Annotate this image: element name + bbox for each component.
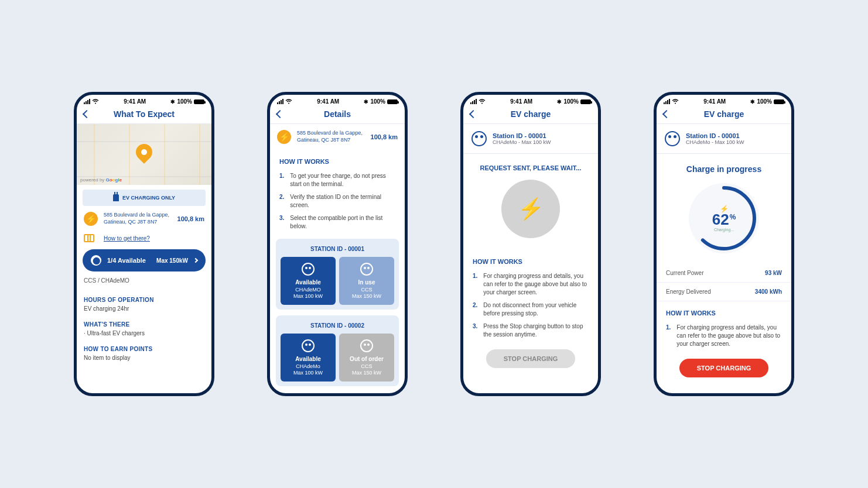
port-available[interactable]: Available CHAdeMO Max 100 kW bbox=[281, 257, 336, 305]
location-row: ⚡ 585 Boulevard de la Gappe, Gatineau, Q… bbox=[270, 124, 405, 150]
address-text: 585 Boulevard de la Gappe, Gatineau, QC … bbox=[297, 130, 365, 143]
port-out-of-order: Out of order CCS Max 150 kW bbox=[339, 334, 394, 382]
progress-ring-icon bbox=[689, 183, 759, 253]
connector-icon bbox=[302, 339, 315, 352]
distance-value: 100,8 km bbox=[371, 133, 398, 140]
list-item: 2.Do not disconnect from your vehicle be… bbox=[473, 299, 589, 320]
wifi-icon bbox=[285, 99, 292, 104]
status-time: 9:41 AM bbox=[317, 98, 339, 105]
svg-point-3 bbox=[675, 103, 676, 104]
stat-row: Energy Delivered 3400 kWh bbox=[657, 283, 791, 301]
port-in-use[interactable]: In use CCS Max 150 kW bbox=[339, 257, 394, 305]
availability-icon: ⬤ bbox=[91, 255, 101, 266]
station-header: Station ID - 00001 CHAdeMo - Max 100 kW bbox=[657, 124, 791, 154]
bluetooth-icon: ✱ bbox=[557, 99, 562, 105]
battery-icon bbox=[774, 99, 784, 104]
plug-icon bbox=[113, 194, 119, 201]
bolt-icon: ⚡ bbox=[518, 197, 544, 221]
svg-point-1 bbox=[288, 103, 289, 104]
svg-point-2 bbox=[481, 103, 483, 104]
signal-icon bbox=[470, 99, 477, 104]
map-fold-icon bbox=[84, 234, 94, 242]
page-title: What To Expect bbox=[84, 109, 204, 119]
bolt-circle-icon: ⚡ bbox=[277, 130, 291, 144]
waiting-indicator: ⚡ bbox=[501, 180, 560, 238]
stat-row: Current Power 93 kW bbox=[657, 264, 791, 283]
availability-pill[interactable]: ⬤ 1/4 Available Max 150kW bbox=[83, 249, 206, 272]
distance-value: 100,8 km bbox=[177, 215, 204, 222]
page-title: EV charge bbox=[470, 109, 591, 119]
status-time: 9:41 AM bbox=[510, 98, 532, 105]
status-bar: 9:41 AM ✱ 100% bbox=[463, 95, 598, 106]
nav-header: EV charge bbox=[463, 106, 598, 124]
status-time: 9:41 AM bbox=[124, 98, 146, 105]
battery-icon bbox=[194, 99, 204, 104]
directions-link[interactable]: How to get there? bbox=[104, 235, 150, 242]
location-row: ⚡ 585 Boulevard de la Gappe, Gatineau, Q… bbox=[77, 206, 211, 232]
availability-text: 1/4 Available bbox=[107, 257, 151, 264]
status-time: 9:41 AM bbox=[703, 98, 726, 105]
progress-gauge: ⚡ 62% Charging... bbox=[689, 183, 759, 253]
whats-there-text: · Ultra-fast EV chargers bbox=[77, 330, 211, 339]
address-text: 585 Boulevard de la Gappe, Gatineau, QC … bbox=[104, 212, 172, 225]
signal-icon bbox=[277, 99, 283, 104]
battery-percent: 100% bbox=[563, 98, 579, 105]
nav-header: What To Expect bbox=[77, 106, 211, 124]
battery-percent: 100% bbox=[370, 98, 385, 105]
ev-charging-banner: EV CHARGING ONLY bbox=[83, 190, 206, 206]
map-view[interactable]: powered by Google bbox=[77, 124, 211, 185]
earn-points-text: No item to display bbox=[77, 355, 211, 363]
chevron-right-icon bbox=[193, 258, 198, 263]
wifi-icon bbox=[92, 99, 99, 104]
list-item: 1.For charging progress and details, you… bbox=[473, 270, 589, 299]
directions-row[interactable]: How to get there? bbox=[77, 232, 211, 249]
stop-charging-button[interactable]: STOP CHARGING bbox=[679, 359, 769, 377]
svg-point-0 bbox=[95, 103, 96, 104]
station-id-label: STATION ID - 00001 bbox=[281, 243, 394, 257]
hours-text: EV charging 24hr bbox=[77, 305, 211, 314]
charge-in-progress-title: Charge in progress bbox=[657, 154, 791, 180]
station-header: Station ID - 00001 CHAdeMo - Max 100 kW bbox=[463, 124, 598, 154]
stat-value: 93 kW bbox=[765, 270, 782, 276]
list-item: 1.To get your free charge, do not press … bbox=[279, 170, 395, 191]
station-id-label: STATION ID - 00002 bbox=[281, 320, 394, 334]
how-it-works-list: 1.For charging progress and details, you… bbox=[657, 321, 791, 350]
stat-value: 3400 kWh bbox=[755, 288, 782, 295]
station-id: Station ID - 00001 bbox=[493, 132, 551, 139]
signal-icon bbox=[664, 99, 670, 104]
earn-points-title: HOW TO EARN POINTS bbox=[77, 339, 211, 355]
how-it-works-list: 1.For charging progress and details, you… bbox=[463, 270, 598, 341]
map-pin-icon[interactable] bbox=[136, 144, 152, 165]
page-title: EV charge bbox=[664, 109, 784, 119]
bluetooth-icon: ✱ bbox=[750, 99, 755, 105]
how-it-works-list: 1.To get your free charge, do not press … bbox=[270, 170, 405, 233]
wifi-icon bbox=[672, 99, 679, 104]
list-item: 3.Press the Stop charging button to stop… bbox=[473, 320, 589, 341]
stat-label: Current Power bbox=[666, 270, 703, 276]
status-bar: 9:41 AM ✱ 100% bbox=[77, 95, 211, 106]
nav-header: Details bbox=[270, 106, 405, 124]
how-it-works-title: HOW IT WORKS bbox=[657, 301, 791, 321]
how-it-works-title: HOW IT WORKS bbox=[270, 150, 405, 170]
phone-ev-charge-progress: 9:41 AM ✱ 100% EV charge Station ID - 00… bbox=[654, 92, 794, 396]
list-item: 2.Verify the station ID on the terminal … bbox=[279, 191, 395, 212]
plug-types-text: CCS / CHAdeMO bbox=[77, 272, 211, 290]
list-item: 1.For charging progress and details, you… bbox=[666, 321, 782, 350]
station-card: STATION ID - 00002 Available CHAdeMo Max… bbox=[276, 315, 399, 386]
max-power-text: Max 150kW bbox=[156, 257, 188, 264]
bluetooth-icon: ✱ bbox=[364, 99, 368, 105]
whats-there-title: WHAT'S THERE bbox=[77, 314, 211, 330]
connector-icon bbox=[302, 263, 315, 276]
list-item: 3.Select the compatible port in the list… bbox=[279, 212, 395, 233]
station-subtitle: CHAdeMo - Max 100 kW bbox=[686, 139, 744, 145]
connector-icon bbox=[360, 339, 373, 352]
bluetooth-icon: ✱ bbox=[170, 99, 175, 105]
battery-percent: 100% bbox=[177, 98, 192, 105]
port-available[interactable]: Available CHAdeMo Max 100 kW bbox=[281, 334, 336, 382]
signal-icon bbox=[84, 99, 90, 104]
page-title: Details bbox=[277, 109, 398, 119]
nav-header: EV charge bbox=[657, 106, 791, 124]
map-attribution: powered by Google bbox=[80, 177, 122, 183]
status-bar: 9:41 AM ✱ 100% bbox=[270, 95, 405, 106]
phone-ev-charge-waiting: 9:41 AM ✱ 100% EV charge Station ID - 00… bbox=[460, 92, 601, 396]
